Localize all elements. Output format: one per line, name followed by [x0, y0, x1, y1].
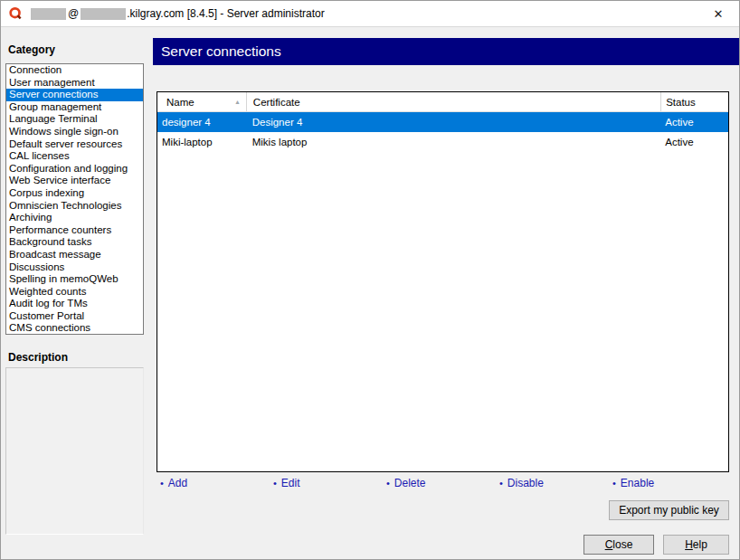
- cell-certificate: Designer 4: [247, 117, 661, 128]
- close-button[interactable]: Close: [583, 535, 654, 555]
- edit-link-label: Edit: [281, 477, 300, 489]
- category-item-windows-single-sign-on[interactable]: Windows single sign-on: [6, 126, 143, 138]
- category-item-discussions[interactable]: Discussions: [6, 261, 143, 274]
- column-header-certificate[interactable]: Certificate: [247, 92, 661, 111]
- bullet-icon: •: [273, 478, 277, 489]
- category-item-broadcast-message[interactable]: Broadcast message: [6, 249, 143, 261]
- category-item-spelling-in-memoqweb[interactable]: Spelling in memoQWeb: [6, 273, 143, 286]
- category-item-archiving[interactable]: Archiving: [6, 212, 143, 224]
- category-label: Category: [8, 43, 55, 56]
- close-window-button[interactable]: ✕: [697, 1, 739, 27]
- category-item-customer-portal[interactable]: Customer Portal: [6, 310, 143, 323]
- category-item-audit-log-for-tms[interactable]: Audit log for TMs: [6, 298, 143, 310]
- cell-certificate: Mikis laptop: [247, 137, 661, 147]
- column-header-certificate-label: Certificate: [253, 97, 300, 108]
- memoq-app-icon: [8, 6, 23, 21]
- category-item-weighted-counts[interactable]: Weighted counts: [6, 286, 143, 299]
- description-panel: [5, 367, 144, 535]
- table-row-designer-4[interactable]: designer 4 Designer 4 Active: [157, 112, 728, 132]
- category-item-omniscien-technologies[interactable]: Omniscien Technologies: [6, 200, 143, 213]
- delete-link[interactable]: •Delete: [386, 477, 426, 489]
- add-link[interactable]: •Add: [160, 477, 187, 489]
- table-header-row: Name ▲ Certificate Status: [157, 92, 728, 112]
- enable-link[interactable]: •Enable: [612, 477, 654, 489]
- column-header-name[interactable]: Name ▲: [157, 92, 247, 111]
- page-title: Server connections: [153, 38, 739, 65]
- bullet-icon: •: [499, 478, 503, 489]
- help-button-label: elp: [693, 538, 707, 551]
- delete-link-label: Delete: [394, 477, 426, 489]
- column-header-status[interactable]: Status: [661, 92, 728, 111]
- category-item-group-management[interactable]: Group management: [6, 101, 143, 114]
- bullet-icon: •: [612, 478, 616, 489]
- help-button-mnemonic: H: [685, 538, 693, 551]
- redacted-username: [31, 8, 66, 20]
- server-administrator-window: @ .kilgray.com [8.4.5] - Server administ…: [0, 0, 740, 560]
- cell-status: Active: [660, 137, 728, 147]
- cell-name: Miki-laptop: [157, 137, 247, 147]
- window-title-at: @: [68, 7, 79, 20]
- enable-link-label: Enable: [621, 477, 654, 489]
- disable-link[interactable]: •Disable: [499, 477, 544, 489]
- sort-ascending-icon: ▲: [234, 99, 241, 105]
- category-item-background-tasks[interactable]: Background tasks: [6, 236, 143, 249]
- category-item-configuration-and-logging[interactable]: Configuration and logging: [6, 163, 143, 176]
- category-item-user-management[interactable]: User management: [6, 77, 143, 90]
- column-header-name-label: Name: [166, 97, 194, 108]
- disable-link-label: Disable: [508, 477, 544, 489]
- redacted-servername: [81, 8, 126, 20]
- description-label: Description: [8, 351, 68, 364]
- category-item-web-service-interface[interactable]: Web Service interface: [6, 175, 143, 187]
- export-public-key-button[interactable]: Export my public key: [609, 500, 729, 520]
- category-item-language-terminal[interactable]: Language Terminal: [6, 113, 143, 126]
- column-header-status-label: Status: [666, 97, 696, 108]
- edit-link[interactable]: •Edit: [273, 477, 300, 489]
- title-bar: @ .kilgray.com [8.4.5] - Server administ…: [1, 1, 739, 27]
- help-button[interactable]: Help: [663, 535, 729, 555]
- bullet-icon: •: [160, 478, 164, 489]
- close-button-label: lose: [612, 538, 632, 551]
- category-item-server-connections[interactable]: Server connections: [6, 89, 143, 101]
- category-item-corpus-indexing[interactable]: Corpus indexing: [6, 187, 143, 200]
- category-item-connection[interactable]: Connection: [6, 64, 143, 77]
- add-link-label: Add: [168, 477, 187, 489]
- category-item-cal-licenses[interactable]: CAL licenses: [6, 150, 143, 163]
- category-item-default-server-resources[interactable]: Default server resources: [6, 138, 143, 151]
- category-item-cms-connections[interactable]: CMS connections: [6, 322, 143, 335]
- category-item-performance-counters[interactable]: Performance counters: [6, 224, 143, 237]
- category-listbox: Connection User management Server connec…: [5, 63, 144, 335]
- server-connections-table: Name ▲ Certificate Status designer 4 Des…: [157, 91, 729, 472]
- window-title: .kilgray.com [8.4.5] - Server administra…: [127, 7, 325, 20]
- table-row-miki-laptop[interactable]: Miki-laptop Mikis laptop Active: [157, 132, 728, 152]
- cell-status: Active: [660, 117, 728, 128]
- cell-name: designer 4: [157, 117, 247, 128]
- bullet-icon: •: [386, 478, 390, 489]
